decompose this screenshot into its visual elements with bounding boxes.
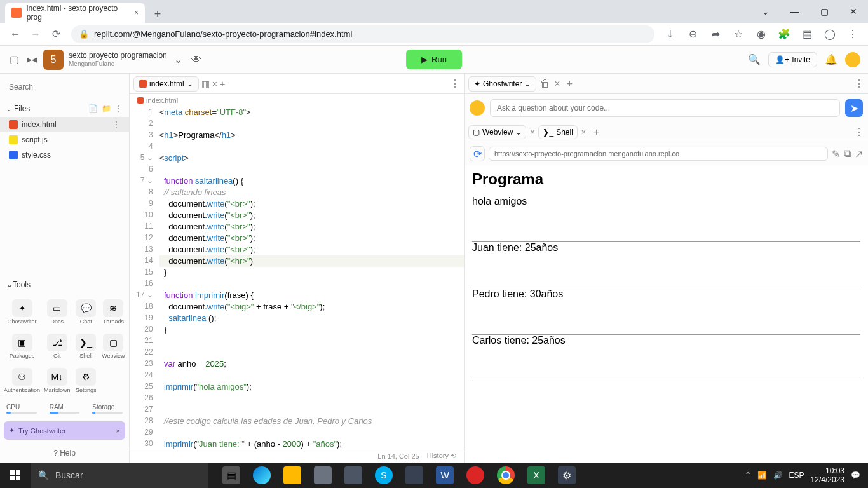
download-icon[interactable]: ⤓ [660, 24, 680, 44]
shell-tab[interactable]: ❯_ Shell [538, 125, 577, 139]
add-tab-button[interactable]: + [220, 79, 225, 89]
reload-button[interactable]: ⟳ [46, 24, 66, 44]
taskview-icon[interactable]: ▤ [216, 463, 247, 488]
more-icon[interactable]: ⋮ [450, 78, 460, 90]
close-window-button[interactable]: ✕ [839, 0, 868, 23]
explorer-icon[interactable] [277, 463, 308, 488]
edit-icon[interactable]: ✎ [832, 148, 840, 160]
ghostwriter-banner[interactable]: ✦ Try Ghostwriter × [4, 421, 125, 440]
close-icon[interactable]: × [530, 128, 534, 137]
invite-button[interactable]: 👤+ Invite [768, 52, 817, 67]
browser-tab[interactable]: index.html - sexto proyecto prog × [5, 3, 145, 23]
menu-icon[interactable]: ⋮ [843, 24, 863, 44]
close-icon[interactable]: × [581, 128, 586, 137]
search-input[interactable] [5, 79, 124, 95]
search-icon[interactable]: 🔍 [748, 53, 761, 65]
reload-button[interactable]: ⟳ [470, 146, 485, 161]
puzzle-icon[interactable]: 🧩 [774, 24, 794, 44]
files-header[interactable]: ⌄ Files 📄 📁 ⋮ [0, 100, 129, 117]
open-external-icon[interactable]: ↗ [855, 148, 863, 160]
skype-icon[interactable]: S [369, 463, 399, 488]
share-icon[interactable]: ➦ [705, 24, 726, 44]
bookmark-icon[interactable]: ☆ [728, 24, 749, 44]
clock[interactable]: 10:03 12/4/2023 [811, 466, 844, 485]
app-icon[interactable] [308, 463, 338, 488]
close-icon[interactable]: × [212, 79, 217, 89]
new-tab-button[interactable]: + [149, 5, 166, 23]
webview-url[interactable] [489, 147, 828, 161]
tool-shell[interactable]: ❯_Shell [73, 330, 99, 363]
file-item[interactable]: style.css [0, 147, 129, 163]
close-icon[interactable]: × [134, 8, 139, 17]
delete-icon[interactable]: 🗑 [540, 78, 550, 90]
chevron-down-icon[interactable]: ⌄ [172, 53, 185, 66]
add-tab-button[interactable]: + [567, 78, 573, 90]
help-link[interactable]: ? Help [0, 444, 129, 463]
run-button[interactable]: ▶ Run [406, 50, 462, 69]
more-icon[interactable]: ⋮ [115, 104, 123, 113]
address-bar[interactable]: 🔒 replit.com/@MenganoFulano/sexto-proyec… [71, 25, 654, 43]
visibility-icon[interactable]: 👁 [190, 53, 203, 66]
chevron-down-icon[interactable]: ⌄ [751, 0, 780, 23]
tool-markdown[interactable]: M↓Markdown [43, 364, 72, 397]
settings-icon[interactable]: ⚙ [552, 463, 582, 488]
more-icon[interactable]: ⋮ [112, 120, 120, 129]
code-editor[interactable]: 12345 ⌄67 ⌄891011121314151617 ⌄181920212… [130, 107, 464, 449]
tool-packages[interactable]: ▣Packages [3, 330, 41, 363]
volume-icon[interactable]: 🔊 [773, 471, 783, 480]
avatar[interactable] [845, 52, 860, 67]
sidepanel-icon[interactable]: ▤ [797, 24, 817, 44]
maximize-button[interactable]: ▢ [810, 0, 839, 23]
word-icon[interactable]: W [430, 463, 460, 488]
tool-threads[interactable]: ≋Threads [100, 295, 126, 329]
notifications-icon[interactable]: 💬 [851, 471, 860, 480]
new-file-icon[interactable]: 📄 [88, 104, 98, 113]
chrome-icon[interactable] [491, 463, 521, 488]
file-item[interactable]: index.html⋮ [0, 117, 129, 132]
tool-settings[interactable]: ⚙Settings [73, 364, 99, 397]
chevron-down-icon[interactable]: ⌄ [524, 79, 531, 88]
profile-icon[interactable]: ◯ [820, 24, 840, 44]
sidebar-toggle-icon[interactable]: ▢ [8, 53, 20, 66]
edge-icon[interactable] [247, 463, 277, 488]
chevron-up-icon[interactable]: ⌃ [745, 471, 751, 480]
tool-webview[interactable]: ▢Webview [100, 330, 126, 363]
tool-ghostwriter[interactable]: ✦Ghostwriter [3, 295, 41, 329]
back-button[interactable]: ← [5, 24, 25, 44]
more-icon[interactable]: ⋮ [854, 126, 864, 138]
file-item[interactable]: script.js [0, 132, 129, 147]
extension-icon[interactable]: ◉ [751, 24, 771, 44]
chevron-down-icon[interactable]: ⌄ [187, 79, 193, 88]
history-link[interactable]: History ⟲ [427, 452, 456, 460]
language-indicator[interactable]: ESP [789, 471, 804, 480]
zoom-icon[interactable]: ⊖ [682, 24, 703, 44]
calculator-icon[interactable] [399, 463, 430, 488]
tool-authentication[interactable]: ⚇Authentication [3, 364, 41, 397]
replit-logo-icon[interactable]: ▸◂ [25, 53, 38, 66]
devtools-icon[interactable]: ⧉ [844, 148, 851, 160]
tool-git[interactable]: ⎇Git [43, 330, 72, 363]
tool-docs[interactable]: ▭Docs [43, 295, 72, 329]
new-folder-icon[interactable]: 📁 [102, 104, 111, 113]
tool-chat[interactable]: 💬Chat [73, 295, 99, 329]
more-icon[interactable]: ⋮ [854, 78, 864, 90]
close-icon[interactable]: × [116, 427, 120, 435]
editor-tab[interactable]: index.html ⌄ [133, 76, 199, 92]
webview-tab[interactable]: ▢ Webview ⌄ [468, 125, 526, 139]
add-tab-button[interactable]: + [593, 126, 599, 138]
wifi-icon[interactable]: 📶 [757, 471, 767, 480]
chevron-down-icon[interactable]: ⌄ [515, 128, 522, 137]
excel-icon[interactable]: X [521, 463, 552, 488]
minimize-button[interactable]: — [780, 0, 810, 23]
ghostwriter-tab[interactable]: ✦ Ghostwriter ⌄ [468, 76, 536, 92]
ghostwriter-input[interactable] [490, 99, 840, 117]
tools-header[interactable]: ⌄ Tools [0, 276, 129, 293]
taskbar-search[interactable]: 🔍 Buscar [31, 463, 208, 488]
app-icon[interactable] [338, 463, 369, 488]
close-icon[interactable]: × [554, 78, 560, 90]
bell-icon[interactable]: 🔔 [825, 53, 837, 65]
forward-button[interactable]: → [25, 24, 46, 44]
split-icon[interactable]: ▥ [201, 79, 210, 89]
start-button[interactable] [0, 463, 31, 488]
send-button[interactable]: ➤ [845, 99, 863, 117]
